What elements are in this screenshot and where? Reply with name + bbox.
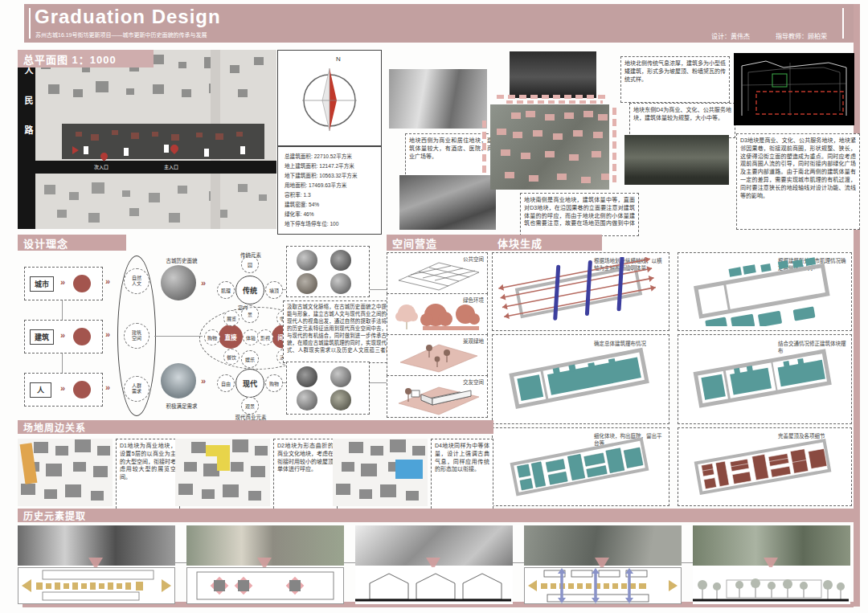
stat-line: 建筑密度: 54% [285,200,319,208]
main-entrance-label: 主入口 [164,163,178,170]
satellite-text: 肌理 [221,287,231,294]
concept-node-dot [73,275,91,292]
concept-node-dot [73,328,91,345]
chevron-icon: » [105,382,110,392]
concept-row-label: 人 [30,382,51,398]
lane-network-drawing [525,568,681,603]
satellite-text: 购物 [269,380,279,387]
chevron-icon: » [60,383,65,393]
compass-n-label: N [336,55,341,63]
master-plan-map: 人民路 主入口 次入口 [18,50,276,229]
history-connector [682,562,693,563]
history-panel-roofs [355,525,513,604]
surroundings-note-d1: D1地块为商业地块，设置5层的以商业为主的大型空间，衔接时考虑用较大型的展览空间… [116,439,180,513]
ellipse-node-text: 自然人文 [130,276,143,286]
photo-street-west-1 [389,69,487,129]
satellite-text: 影视 [260,334,270,341]
aerial-map [490,104,609,190]
chevron-icon: » [60,330,65,340]
surroundings-note-d4: D4地块同样为中等体量，设计上强调古典气息，同样应用传统的形态加以衔接。 [431,439,493,513]
wheel-center: 现代 [235,369,264,398]
renmin-road-label: 人民路 [22,66,35,227]
concept-row-city: 城市 » [24,267,103,300]
satellite-text: 园 [248,261,252,268]
concept-row-label: 建筑 [30,329,54,345]
axon-buildings [178,442,190,450]
ellipse-node-text: 人群需求 [130,383,143,394]
section-title-space: 空间营造 [392,235,437,251]
stat-line: 地上建筑面积: 12147.2平方米 [285,161,354,170]
satellite-text: 购物 [207,334,217,341]
photo-label-old-town: 古城历史面貌 [158,256,206,264]
space-cell-green: 绿色环境 [387,293,488,335]
cad-plan-drawing [734,53,854,125]
ellipse-node-people: 人群需求 [124,376,149,402]
section-bar-concept: 设计理念 [18,235,126,251]
note-south-text: 地块南侧是商业地块，建筑体量中等，直面对D3地块，在沿因果巷的立面要注意对建筑体… [524,196,635,228]
master-plan-title: 总平面图 1：1000 [23,51,117,67]
cad-plan [734,53,854,125]
collage-photo [330,250,351,271]
highlight-d4-block [395,460,423,479]
massing-layout-diagram [494,341,663,419]
satellite-text: 自由 [221,380,231,387]
stat-line: 地下停车场停车位: 100 [285,219,338,227]
roof-outline-diagram [355,567,511,603]
concept-row-label: 城市 [30,276,54,292]
header-bar: Graduation Design 苏州古城16.19号街坊更新项目——城市更新… [24,4,854,43]
label-traditional-elements: 传统元素 [227,251,275,259]
public-space-diagram [389,258,485,292]
photo-park-east [624,135,729,185]
collage-photo [330,273,351,294]
chevron-icon: » [201,278,206,288]
history-connector [344,562,355,563]
surroundings-axon-d2 [175,439,270,506]
collage-photo [297,273,317,294]
note-north-text: 地块北侧传统气息浓厚，建筑多为小型低矮建筑，形式多为坡屋顶、粉墙黛瓦的传统式样。 [624,60,726,82]
chevron-icon: » [60,277,65,287]
massing-step-3: 确定总体建筑摆布情况 [492,334,669,424]
pink-dash-col [612,108,616,185]
surroundings-text: D4地块同样为中等体量，设计上强调古典气息，同样应用传统的形态加以衔接。 [435,443,489,472]
section-title-surroundings: 场地周边关系 [23,420,86,434]
street-axis-diagram [18,567,175,604]
photo-label-needs: 积极满足需求 [158,402,206,410]
section-title-history: 历史元素提取 [23,509,86,522]
garden-trees-drawing [693,567,849,603]
history-panel-street [18,525,175,604]
collage-photo [297,366,317,387]
massing-traffic-diagram [680,341,845,419]
note-west-text: 地块西侧为商业和居住地块，建筑体量较大，有酒店、医院、商业广场等。 [409,137,493,159]
ellipse-node-text: 建筑空间 [130,330,143,341]
credit-designer: 设计：黄伟杰 [711,31,750,40]
note-d3: D3地块是商业、文化、公共服务地块，地块紧邻因果巷，衔接观前商圈，形状规整、狭长… [736,133,860,230]
pink-dash-col [482,121,486,177]
satellite-text: 观景 [245,403,255,410]
aerial-pink-blocks [497,111,506,117]
concept-connector [154,336,203,337]
lane-network-diagram [524,567,682,604]
massing-step-2: 根据建筑所处城市肌理情况确定两侧体量大小 [678,252,852,331]
master-plan-title-bar: 总平面图 1：1000 [18,50,154,67]
satellite-text: 体验 [246,334,256,341]
compass-box: N [277,50,382,146]
section-title-concept: 设计理念 [23,235,68,251]
page-subtitle: 苏州古城16.19号街坊更新项目——城市更新中历史面貌的传承与发展 [35,31,207,39]
garden-trees-diagram [693,567,849,603]
note-east: 地块东侧D4为商业、文化、公共服务地块，建筑体量较为规整，大小中等。 [629,103,735,138]
satellite-text: 展览 [227,315,236,322]
stat-line: 用地面积: 17469.63平方米 [285,181,346,189]
wheel-center: 传统 [235,276,264,304]
collage-photo [330,390,351,411]
satellite-text: 娱乐 [245,356,255,363]
massing-step-4: 结合交通情况修正建筑体块摆布 [678,334,852,424]
wheel-center-text: 现代 [243,378,257,389]
massing-step-6: 完善屋顶及各项细节 [678,427,852,506]
project-block [62,124,264,159]
massing-roofs-diagram [680,432,845,501]
social-space-diagram [389,379,485,415]
surroundings-text: D1地块为商业地块，设置5层的以商业为主的大型空间，衔接时考虑用较大型的展览空间… [120,443,176,480]
section-bar-massing: 体块生成 [492,235,602,251]
pink-dash-row [497,95,609,99]
massing-step-5: 细化体块，构出庭院，留出平台等 [492,427,669,506]
